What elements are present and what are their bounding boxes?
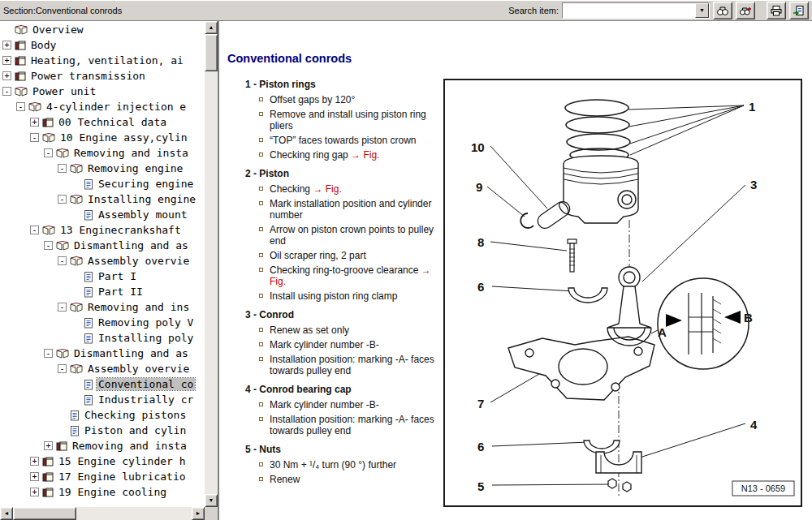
tree-item-label[interactable]: Removing poly V xyxy=(97,316,195,329)
collapse-minus-icon[interactable]: - xyxy=(30,133,39,142)
tree-item[interactable]: +Body xyxy=(1,37,204,53)
expand-plus-icon[interactable]: + xyxy=(30,472,39,481)
expand-plus-icon[interactable]: + xyxy=(30,457,39,466)
tree-item-label[interactable]: Assembly overvie xyxy=(86,255,191,267)
tree-item[interactable]: -Removing engine xyxy=(1,161,204,176)
tree-item[interactable]: -Removing and insta xyxy=(1,145,204,161)
tree-item[interactable]: Industrially cr xyxy=(1,392,204,407)
tree-item[interactable]: Securing engine xyxy=(1,176,204,191)
expand-plus-icon[interactable]: + xyxy=(2,41,11,49)
tree-item-label[interactable]: Body xyxy=(29,39,58,51)
scroll-left-icon[interactable]: ◄ xyxy=(0,507,13,520)
tree-item[interactable]: -13 Enginecrankshaft xyxy=(1,222,204,238)
scroll-up-icon[interactable]: ▲ xyxy=(205,21,218,34)
expand-plus-icon[interactable]: + xyxy=(30,488,39,496)
tree-item-label[interactable]: Installing poly xyxy=(97,332,195,344)
print-button[interactable] xyxy=(767,2,786,19)
search-combobox[interactable]: ▼ xyxy=(562,2,710,19)
tree-item[interactable]: -Assembly overvie xyxy=(1,253,204,269)
collapse-minus-icon[interactable]: - xyxy=(2,87,11,96)
expand-plus-icon[interactable]: + xyxy=(2,56,11,65)
tree-item[interactable]: +Removing and insta xyxy=(1,438,204,453)
tree-item[interactable]: -Removing and ins xyxy=(1,299,204,315)
collapse-minus-icon[interactable]: - xyxy=(58,303,67,312)
tree-item-label[interactable]: Securing engine xyxy=(97,178,195,190)
tree-item-label[interactable]: Heating, ventilation, ai xyxy=(29,54,185,67)
chevron-down-icon[interactable]: ▼ xyxy=(695,3,709,18)
tree-item[interactable]: Piston and cylin xyxy=(1,423,204,438)
tree-item[interactable]: +Heating, ventilation, ai xyxy=(1,53,204,68)
search-input[interactable] xyxy=(563,3,695,18)
tree-item-label[interactable]: Power transmission xyxy=(29,70,147,82)
tree-item[interactable]: -Power unit xyxy=(1,84,204,99)
tree-item-label[interactable]: Dismantling and as xyxy=(72,347,190,359)
tree-item[interactable]: -10 Engine assy,cylin xyxy=(1,130,204,145)
figure-link[interactable]: → Fig. xyxy=(270,264,431,287)
tree-vertical-scrollbar[interactable]: ▲ ▼ xyxy=(205,21,218,507)
tree-item-label[interactable]: Removing engine xyxy=(86,162,184,174)
tree-item-label[interactable]: Industrially cr xyxy=(97,393,195,406)
tree-item[interactable]: +15 Engine cylinder h xyxy=(1,453,204,469)
tree-item-label[interactable]: Checking pistons xyxy=(83,409,188,421)
tree-item[interactable]: +Power transmission xyxy=(1,68,204,84)
tree-item-label[interactable]: 19 Engine cooling xyxy=(57,486,168,498)
tree-item-label[interactable]: Piston and cylin xyxy=(83,424,188,436)
tree-item-label[interactable]: 4-cylinder injection e xyxy=(45,101,188,113)
tree-item[interactable]: Assembly mount xyxy=(1,207,204,222)
tree-item-label[interactable]: 13 Enginecrankshaft xyxy=(58,224,183,236)
search-button[interactable] xyxy=(713,2,732,19)
tree-item[interactable]: -Dismantling and as xyxy=(1,238,204,253)
tree-item[interactable]: -Assembly overvie xyxy=(1,361,204,376)
tree-item-label[interactable]: Part II xyxy=(97,286,145,298)
search-next-button[interactable] xyxy=(736,2,755,19)
tree-item-label[interactable]: Dismantling and as xyxy=(72,239,190,251)
figure-link[interactable]: → Fig. xyxy=(313,183,341,195)
collapse-minus-icon[interactable]: - xyxy=(58,164,67,173)
tree-item-label[interactable]: Removing and insta xyxy=(72,147,190,159)
tree-item[interactable]: -4-cylinder injection e xyxy=(1,99,204,114)
scroll-down-icon[interactable]: ▼ xyxy=(205,494,218,507)
tree-item[interactable]: Checking pistons xyxy=(1,407,204,423)
collapse-minus-icon[interactable]: - xyxy=(58,195,67,204)
tree-item-label[interactable]: Removing and insta xyxy=(71,440,188,452)
tree-item-label[interactable]: Power unit xyxy=(31,85,97,97)
tree-item[interactable]: +19 Engine cooling xyxy=(1,484,204,500)
scroll-right-icon[interactable]: ► xyxy=(192,507,205,520)
tree-item[interactable]: -Dismantling and as xyxy=(1,346,204,361)
collapse-minus-icon[interactable]: - xyxy=(44,349,53,358)
tree-item[interactable]: +00 Technical data xyxy=(1,114,204,130)
tree-item-label[interactable]: Part I xyxy=(97,270,138,282)
expand-plus-icon[interactable]: + xyxy=(44,441,53,450)
tree-item[interactable]: Part I xyxy=(1,269,204,284)
tree-item-label[interactable]: Assembly mount xyxy=(97,208,189,221)
figure-link[interactable]: → Fig. xyxy=(351,149,379,161)
tree-item-label[interactable]: 00 Technical data xyxy=(57,116,168,128)
collapse-minus-icon[interactable]: - xyxy=(44,241,53,250)
tree-item-label[interactable]: Installing engine xyxy=(86,193,197,205)
tree-item-label[interactable]: 17 Engine lubricatio xyxy=(57,471,188,483)
tree-item-label[interactable]: Removing and ins xyxy=(86,301,191,313)
tree-item[interactable]: Installing poly xyxy=(1,330,204,346)
tree-item[interactable]: Part II xyxy=(1,284,204,299)
tree-item[interactable]: Removing poly V xyxy=(1,315,204,330)
expand-plus-icon[interactable]: + xyxy=(2,71,11,80)
collapse-minus-icon[interactable]: - xyxy=(16,102,25,111)
tree-item-label[interactable]: 15 Engine cylinder h xyxy=(57,455,188,467)
tree-item-label[interactable]: 10 Engine assy,cylin xyxy=(58,131,189,144)
tree-item[interactable]: Overview xyxy=(1,22,204,37)
tree-item[interactable]: Conventional co xyxy=(1,376,204,392)
tree-item[interactable]: +17 Engine lubricatio xyxy=(1,469,204,484)
vertical-scroll-thumb[interactable] xyxy=(205,34,218,71)
collapse-minus-icon[interactable]: - xyxy=(44,148,53,157)
tree-item-label[interactable]: Assembly overvie xyxy=(86,363,191,375)
collapse-minus-icon[interactable]: - xyxy=(30,226,39,234)
horizontal-scroll-thumb[interactable] xyxy=(13,507,76,520)
collapse-minus-icon[interactable]: - xyxy=(58,364,67,373)
horizontal-scroll-track[interactable] xyxy=(76,507,192,520)
collapse-minus-icon[interactable]: - xyxy=(58,256,67,265)
tree-item-label[interactable]: Overview xyxy=(31,24,85,36)
tree-item[interactable]: -Installing engine xyxy=(1,191,204,207)
expand-plus-icon[interactable]: + xyxy=(30,118,39,127)
tree-item-label[interactable]: Conventional co xyxy=(97,378,195,390)
open-document-button[interactable] xyxy=(789,2,809,19)
